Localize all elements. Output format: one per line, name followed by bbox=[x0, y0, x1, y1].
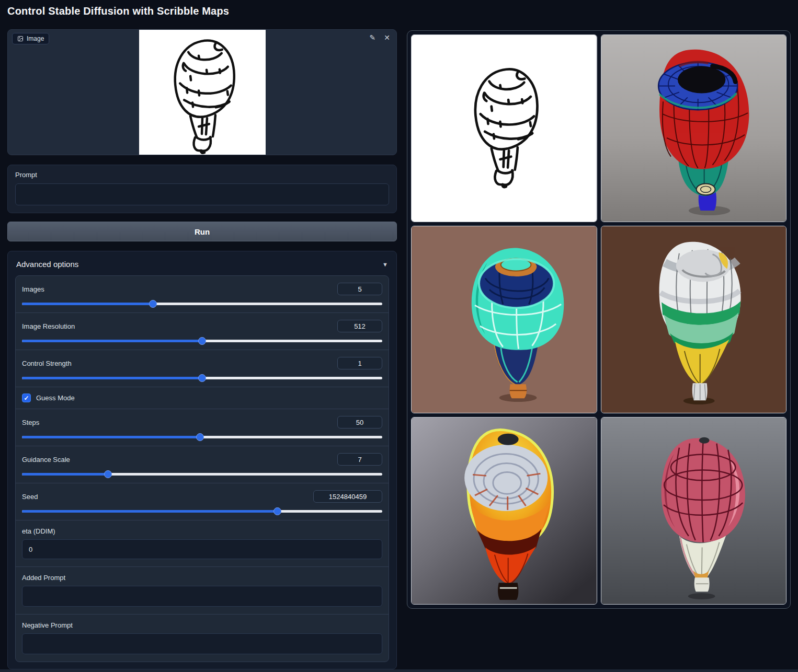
seed-slider[interactable] bbox=[22, 510, 382, 513]
seed-slider-handle[interactable] bbox=[273, 507, 281, 515]
page-title: Control Stable Diffusion with Scribble M… bbox=[7, 5, 229, 17]
image-resolution-label: Image Resolution bbox=[22, 322, 75, 330]
seed-label: Seed bbox=[22, 493, 38, 501]
image-input-label-badge: Image bbox=[12, 33, 49, 44]
guidance-scale-number-input[interactable] bbox=[337, 453, 382, 466]
result-gallery bbox=[407, 30, 791, 609]
eta-label: eta (DDIM) bbox=[22, 527, 382, 535]
negative-prompt-label: Negative Prompt bbox=[22, 621, 382, 629]
eta-input[interactable] bbox=[22, 539, 382, 559]
gallery-item-white-green-balloon[interactable] bbox=[601, 226, 787, 413]
scribble-balloon-sketch bbox=[412, 35, 597, 222]
control-strength-slider-handle[interactable] bbox=[198, 374, 206, 382]
scribble-balloon-sketch bbox=[139, 30, 266, 155]
image-resolution-slider[interactable] bbox=[22, 340, 382, 342]
balloon-red-blue-wireframe bbox=[601, 35, 786, 222]
gallery-item-orange-balloon[interactable] bbox=[411, 417, 597, 605]
advanced-options-group: Images Image Resolution Control St bbox=[15, 275, 389, 662]
eta-row: eta (DDIM) bbox=[16, 520, 389, 566]
negative-prompt-input[interactable] bbox=[22, 633, 382, 654]
advanced-options-header[interactable]: Advanced options ▼ bbox=[15, 251, 389, 275]
control-strength-slider-row: Control Strength bbox=[16, 350, 389, 387]
caret-down-icon: ▼ bbox=[382, 261, 388, 268]
guidance-scale-label: Guidance Scale bbox=[22, 456, 70, 464]
steps-slider[interactable] bbox=[22, 436, 382, 438]
uploaded-scribble-preview bbox=[139, 30, 266, 155]
steps-label: Steps bbox=[22, 419, 39, 426]
added-prompt-row: Added Prompt bbox=[16, 566, 389, 614]
steps-number-input[interactable] bbox=[337, 416, 382, 428]
image-icon bbox=[17, 36, 24, 42]
image-input-component[interactable]: Image ✎ ✕ bbox=[7, 29, 397, 155]
steps-slider-row: Steps bbox=[16, 409, 389, 446]
images-number-input[interactable] bbox=[337, 283, 382, 295]
prompt-input[interactable] bbox=[15, 183, 389, 205]
added-prompt-input[interactable] bbox=[22, 586, 382, 607]
control-strength-label: Control Strength bbox=[22, 360, 72, 367]
guidance-scale-slider-handle[interactable] bbox=[104, 470, 112, 478]
balloon-teal-navy bbox=[412, 226, 597, 413]
gallery-item-red-balloon[interactable] bbox=[601, 34, 787, 222]
guidance-scale-slider-row: Guidance Scale bbox=[16, 446, 389, 483]
seed-number-input[interactable] bbox=[313, 490, 382, 503]
guess-mode-checkbox[interactable]: ✓ bbox=[22, 393, 31, 402]
prompt-block: Prompt bbox=[7, 165, 397, 213]
advanced-options-title: Advanced options bbox=[16, 260, 78, 269]
images-slider-handle[interactable] bbox=[149, 300, 157, 308]
seed-slider-row: Seed bbox=[16, 483, 389, 520]
advanced-options-accordion: Advanced options ▼ Images Image Resoluti… bbox=[7, 251, 397, 669]
balloon-orange-glow bbox=[412, 418, 597, 604]
images-label: Images bbox=[22, 285, 44, 293]
controls-column: Image ✎ ✕ Prompt Run Advanced options ▼ … bbox=[7, 29, 397, 669]
guess-mode-row: ✓ Guess Mode bbox=[16, 387, 389, 409]
footer-divider bbox=[0, 669, 798, 672]
guidance-scale-slider[interactable] bbox=[22, 473, 382, 476]
image-resolution-slider-row: Image Resolution bbox=[16, 312, 389, 350]
check-icon: ✓ bbox=[24, 395, 29, 401]
balloon-pink-wireframe bbox=[601, 418, 786, 604]
clear-x-icon[interactable]: ✕ bbox=[384, 34, 390, 41]
gallery-item-scribble[interactable] bbox=[411, 34, 597, 222]
run-button[interactable]: Run bbox=[7, 222, 397, 241]
balloon-white-green-yellow bbox=[601, 226, 786, 413]
edit-pencil-icon[interactable]: ✎ bbox=[370, 34, 376, 41]
control-strength-slider[interactable] bbox=[22, 377, 382, 379]
gallery-item-teal-balloon[interactable] bbox=[411, 226, 597, 413]
control-strength-number-input[interactable] bbox=[337, 357, 382, 369]
images-slider-row: Images bbox=[16, 276, 389, 312]
guess-mode-label: Guess Mode bbox=[36, 394, 75, 402]
image-resolution-number-input[interactable] bbox=[337, 320, 382, 332]
image-input-label: Image bbox=[27, 35, 44, 42]
negative-prompt-row: Negative Prompt bbox=[16, 614, 389, 662]
gallery-item-pink-balloon[interactable] bbox=[601, 417, 787, 605]
steps-slider-handle[interactable] bbox=[196, 433, 204, 441]
added-prompt-label: Added Prompt bbox=[22, 574, 382, 582]
image-resolution-slider-handle[interactable] bbox=[198, 337, 206, 345]
prompt-label: Prompt bbox=[15, 171, 389, 179]
images-slider[interactable] bbox=[22, 303, 382, 305]
